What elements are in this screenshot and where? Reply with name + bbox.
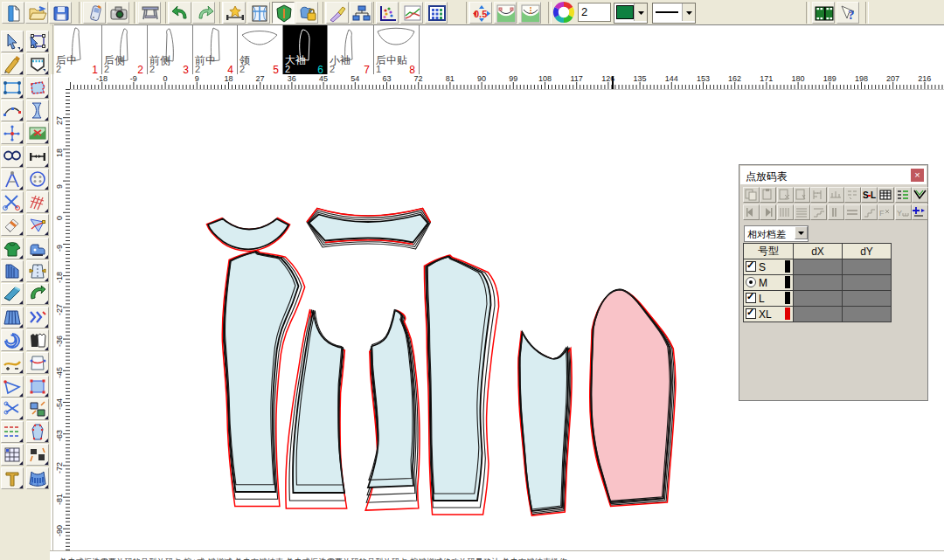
svg-text:F: F (879, 209, 885, 218)
svg-text:S: S (863, 190, 869, 200)
svg-text:L: L (871, 190, 876, 200)
svg-text:Y: Y (897, 209, 902, 218)
